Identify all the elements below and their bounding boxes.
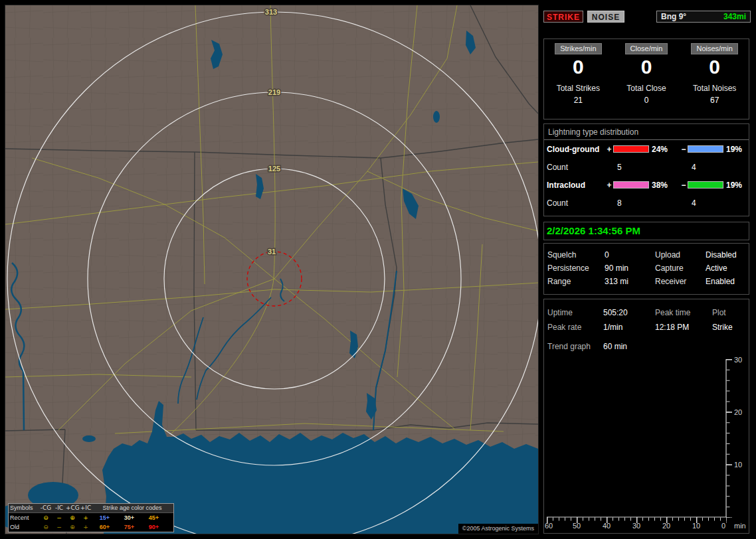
total-close-value: 0	[613, 96, 681, 105]
noise-toggle-button[interactable]: NOISE	[587, 11, 624, 23]
legend-col-neg-ic: -IC	[52, 504, 66, 512]
app-window: 313 219 125 31 Symbols -CG -IC +CG +IC S…	[0, 0, 756, 539]
squelch-label: Squelch	[547, 250, 605, 260]
legend-recent-label: Recent	[10, 514, 39, 522]
distribution-title: Lightning type distribution	[544, 124, 749, 140]
mode-button-row: STRIKE NOISE Bng 9° 343mi	[543, 11, 751, 23]
intracloud-count-row: Count 8 4	[544, 194, 749, 212]
total-close-label: Total Close	[613, 84, 681, 93]
rate-counters-panel: Strikes/min 0 Total Strikes 21 Close/min…	[543, 38, 749, 119]
legend-age-header: Strike age color codes	[92, 504, 172, 512]
upload-label: Upload	[655, 250, 706, 260]
cg-plus-bar	[613, 145, 649, 153]
legend-col-pos-ic: +IC	[79, 504, 92, 512]
total-noises-label: Total Noises	[680, 84, 749, 93]
plot-value: Strike	[712, 323, 747, 332]
legend-symbols-header: Symbols	[10, 504, 39, 512]
pos-ic-symbol-old-icon: +	[79, 523, 92, 532]
y-tick-10: 10	[734, 461, 742, 469]
legend-header-row: Symbols -CG -IC +CG +IC Strike age color…	[9, 504, 173, 513]
x-tick-0: 0	[721, 522, 725, 530]
map-canvas[interactable]: 313 219 125 31	[5, 5, 538, 534]
peak-rate-label: Peak rate	[547, 323, 603, 332]
stats-panel: Uptime 505:20 Peak time Plot Peak rate 1…	[543, 299, 749, 534]
capture-status: Active	[706, 264, 747, 273]
ic-plus-bar	[613, 181, 649, 189]
settings-panel: Squelch 0 Upload Disabled Persistence 90…	[543, 243, 749, 295]
cg-plus-percent: 24%	[652, 145, 680, 154]
cloud-ground-row: Cloud-ground + 24% − 19%	[544, 140, 749, 158]
uptime-value: 505:20	[603, 308, 655, 317]
legend-recent-row: Recent ⊖ − ⊕ + 15+ 30+ 45+	[9, 513, 173, 522]
upload-status: Disabled	[706, 250, 747, 260]
age-75-label: 75+	[117, 523, 142, 532]
cg-plus-sign: +	[605, 145, 613, 154]
bearing-label: Bng 9°	[661, 12, 686, 21]
age-45-label: 45+	[142, 514, 166, 522]
axis-unit-label: min	[734, 522, 746, 530]
settings-row: Range 313 mi Receiver Enabled	[544, 275, 749, 288]
bearing-range-value: 343mi	[723, 12, 746, 21]
noises-counter: Noises/min 0 Total Noises 67	[680, 39, 749, 119]
strikes-counter: Strikes/min 0 Total Strikes 21	[544, 39, 613, 119]
ring-label-31: 31	[268, 248, 276, 256]
squelch-value: 0	[605, 250, 655, 260]
x-tick-60: 60	[545, 522, 553, 530]
persistence-label: Persistence	[547, 264, 605, 273]
legend-old-label: Old	[10, 523, 39, 532]
age-15-label: 15+	[92, 514, 117, 522]
strike-toggle-button[interactable]: STRIKE	[543, 11, 583, 23]
receiver-label: Receiver	[655, 277, 706, 286]
range-label: Range	[547, 277, 605, 286]
lightning-distribution-panel: Lightning type distribution Cloud-ground…	[543, 123, 749, 216]
trend-graph-row: Trend graph 60 min	[544, 339, 749, 354]
trend-graph-label: Trend graph	[547, 342, 603, 351]
cg-plus-count: 5	[613, 163, 652, 172]
legend-col-neg-cg: -CG	[39, 504, 52, 512]
range-value: 313 mi	[605, 277, 655, 286]
peak-rate-value: 1/min	[603, 323, 655, 332]
cloud-ground-label: Cloud-ground	[547, 145, 605, 154]
x-tick-10: 10	[692, 522, 700, 530]
intracloud-row: Intracloud + 38% − 19%	[544, 176, 749, 194]
legend-old-row: Old ⊖ − ⊕ + 60+ 75+ 90+	[9, 522, 173, 532]
neg-ic-symbol-old-icon: −	[52, 523, 66, 532]
strikes-per-min-button[interactable]: Strikes/min	[555, 43, 601, 54]
neg-cg-symbol-old-icon: ⊖	[39, 523, 52, 532]
neg-cg-symbol-icon: ⊖	[39, 514, 52, 522]
close-counter: Close/min 0 Total Close 0	[613, 39, 681, 119]
peak-time-label: Peak time	[655, 308, 712, 317]
ic-minus-bar	[688, 181, 723, 189]
y-tick-30: 30	[734, 356, 742, 364]
copyright-text: ©2005 Astrogenic Systems	[458, 524, 538, 534]
map-legend: Symbols -CG -IC +CG +IC Strike age color…	[8, 503, 174, 532]
close-per-min-button[interactable]: Close/min	[625, 43, 668, 54]
stats-row: Peak rate 1/min 12:18 PM Strike	[544, 320, 749, 335]
ic-minus-percent: 19%	[726, 181, 746, 190]
cloud-ground-count-row: Count 5 4	[544, 158, 749, 176]
noises-per-min-button[interactable]: Noises/min	[691, 43, 737, 54]
ic-plus-sign: +	[605, 181, 613, 190]
x-tick-40: 40	[603, 522, 611, 530]
ic-minus-count: 4	[688, 198, 726, 208]
noises-per-min-value: 0	[680, 56, 749, 78]
settings-row: Squelch 0 Upload Disabled	[544, 248, 749, 262]
ic-minus-sign: −	[680, 181, 688, 190]
age-90-label: 90+	[142, 523, 166, 532]
age-30-label: 30+	[117, 514, 142, 522]
uptime-label: Uptime	[547, 308, 603, 317]
total-strikes-label: Total Strikes	[544, 84, 613, 93]
pos-cg-symbol-icon: ⊕	[66, 514, 79, 522]
cg-minus-percent: 19%	[726, 145, 746, 154]
side-panel: STRIKE NOISE Bng 9° 343mi Strikes/min 0 …	[543, 5, 751, 534]
cg-minus-count: 4	[688, 163, 726, 172]
lightning-map[interactable]: 313 219 125 31 Symbols -CG -IC +CG +IC S…	[5, 5, 538, 534]
settings-row: Persistence 90 min Capture Active	[544, 262, 749, 275]
stats-row: Uptime 505:20 Peak time Plot	[544, 305, 749, 320]
trend-window-value: 60 min	[603, 342, 745, 351]
x-tick-50: 50	[573, 522, 581, 530]
ring-label-219: 219	[268, 88, 280, 96]
pos-ic-symbol-icon: +	[79, 514, 92, 522]
datetime-display: 2/2/2026 1:34:56 PM	[543, 222, 749, 240]
cg-count-label: Count	[547, 163, 605, 172]
